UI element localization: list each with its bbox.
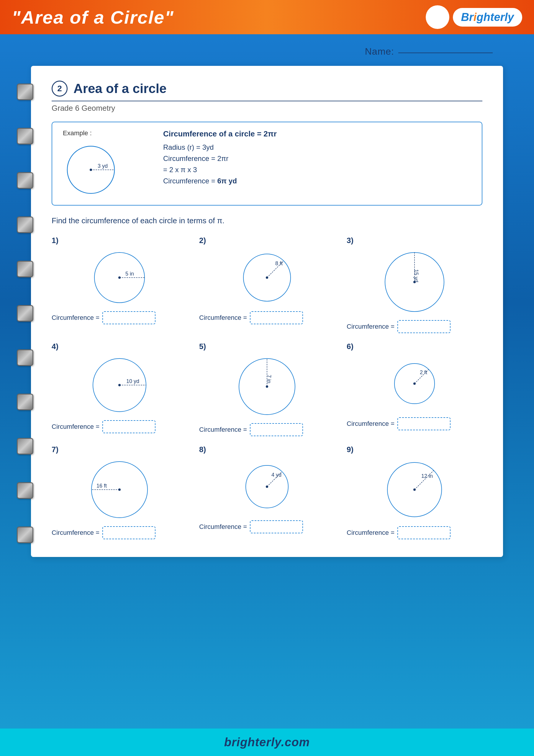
answer-box-5[interactable] — [250, 423, 303, 436]
example-box: Example : 3 yd Circumference of a circle… — [52, 122, 482, 205]
logo-circle-icon — [426, 5, 449, 29]
worksheet: 2 Area of a circle Grade 6 Geometry Exam… — [31, 66, 503, 557]
answer-box-8[interactable] — [250, 520, 303, 533]
problem-1-circle: 5 in — [52, 248, 187, 307]
spiral-5 — [17, 261, 33, 277]
spiral-9 — [17, 438, 33, 454]
logo-text: Brighterly — [461, 11, 514, 24]
answer-label-7: Circumference = — [52, 529, 99, 537]
svg-text:5 in: 5 in — [125, 271, 134, 277]
example-left: Example : 3 yd — [63, 129, 145, 198]
svg-text:8 ft: 8 ft — [275, 260, 283, 266]
problem-2-number: 2) — [199, 236, 206, 245]
svg-text:4 yd: 4 yd — [271, 472, 281, 478]
section-header: 2 Area of a circle — [52, 81, 482, 101]
circle-4-svg: 10 yd — [89, 354, 150, 416]
problem-7-circle: 16 ft — [52, 457, 187, 522]
problem-1-number: 1) — [52, 236, 59, 245]
problem-4-number: 4) — [52, 342, 59, 351]
problem-2: 2) 8 ft Circumference = — [199, 236, 335, 333]
answer-label-4: Circumference = — [52, 423, 99, 431]
name-underline — [398, 50, 493, 53]
page-title: "Area of a Circle" — [12, 7, 174, 28]
problem-6-circle: 2 ft — [347, 354, 482, 413]
svg-text:12 in: 12 in — [421, 473, 433, 479]
footer-text: brighterly.com — [7, 736, 527, 749]
svg-text:2 ft: 2 ft — [420, 369, 427, 375]
formula-line4: Circumference = 6π yd — [163, 177, 237, 185]
circle-1-svg: 5 in — [90, 248, 149, 307]
problem-5-answer-row: Circumference = — [199, 423, 303, 436]
example-circle-container: 3 yd — [63, 142, 119, 198]
problem-8: 8) 4 yd Circumference = — [199, 445, 335, 539]
problem-5-circle: 7 in — [199, 354, 335, 419]
problem-7-answer-row: Circumference = — [52, 526, 156, 539]
problem-4: 4) 10 yd Circumference = — [52, 342, 187, 436]
spiral-3 — [17, 172, 33, 189]
section-subtitle: Grade 6 Geometry — [52, 104, 482, 113]
problem-4-circle: 10 yd — [52, 354, 187, 416]
logo-area: Brighterly — [426, 5, 522, 29]
page-header: "Area of a Circle" Brighterly — [0, 0, 534, 34]
answer-box-1[interactable] — [102, 311, 156, 324]
answer-label-6: Circumference = — [347, 420, 394, 428]
svg-text:3 yd: 3 yd — [98, 163, 108, 169]
answer-label-2: Circumference = — [199, 314, 247, 322]
problem-5-number: 5) — [199, 342, 206, 351]
answer-box-9[interactable] — [397, 526, 450, 539]
problem-9-number: 9) — [347, 445, 353, 454]
svg-text:7 in: 7 in — [266, 375, 272, 383]
answer-box-4[interactable] — [102, 420, 156, 433]
spiral-1 — [17, 84, 33, 100]
page-footer: brighterly.com — [0, 729, 534, 756]
answer-label-5: Circumference = — [199, 426, 247, 434]
instructions: Find the circumference of each circle in… — [52, 216, 482, 225]
formula-line2: Circumference = 2πr — [163, 154, 228, 163]
logo-text-box: Brighterly — [453, 8, 522, 27]
problem-2-answer-row: Circumference = — [199, 311, 303, 324]
circle-5-svg: 7 in — [236, 354, 298, 419]
spiral-11 — [17, 526, 33, 543]
answer-label-9: Circumference = — [347, 529, 394, 537]
problem-7-number: 7) — [52, 445, 59, 454]
content-wrapper: Name: 2 Area of a circle Grade 6 Geometr… — [0, 34, 534, 729]
problem-3-number: 3) — [347, 236, 353, 245]
spiral-7 — [17, 349, 33, 366]
problem-9-answer-row: Circumference = — [347, 526, 450, 539]
svg-text:10 yd: 10 yd — [126, 378, 139, 384]
circle-7-svg: 16 ft — [87, 457, 152, 522]
spiral-10 — [17, 482, 33, 499]
circle-9-svg: 12 in — [384, 457, 445, 522]
answer-box-6[interactable] — [397, 417, 450, 430]
answer-box-3[interactable] — [397, 320, 450, 333]
spiral-4 — [17, 216, 33, 233]
answer-label-1: Circumference = — [52, 314, 99, 322]
name-label: Name: — [365, 46, 394, 57]
problem-4-answer-row: Circumference = — [52, 420, 156, 433]
formula-line3: = 2 x π x 3 — [163, 166, 197, 174]
problem-8-answer-row: Circumference = — [199, 520, 303, 533]
svg-text:15 yd: 15 yd — [413, 269, 419, 282]
example-label: Example : — [63, 129, 92, 137]
spiral-2 — [17, 128, 33, 145]
problem-9: 9) 12 in Circumference = — [347, 445, 482, 539]
example-right: Circumference of a circle = 2πr Radius (… — [157, 129, 471, 188]
svg-text:16 ft: 16 ft — [96, 483, 107, 489]
problem-1-answer-row: Circumference = — [52, 311, 156, 324]
example-circle-svg: 3 yd — [63, 142, 119, 198]
problem-1: 1) 5 in Circumference = — [52, 236, 187, 333]
formula-line1: Radius (r) = 3yd — [163, 143, 214, 151]
section-title: Area of a circle — [73, 81, 167, 96]
section-number: 2 — [52, 81, 67, 96]
problem-9-circle: 12 in — [347, 457, 482, 522]
problem-6-number: 6) — [347, 342, 353, 351]
spiral-8 — [17, 394, 33, 410]
name-row: Name: — [18, 46, 516, 57]
problems-grid: 1) 5 in Circumference = 2) — [52, 236, 482, 539]
answer-box-2[interactable] — [250, 311, 303, 324]
spiral-6 — [17, 305, 33, 322]
problem-3: 3) 15 yd Circumference = — [347, 236, 482, 333]
problem-3-answer-row: Circumference = — [347, 320, 450, 333]
circle-8-svg: 4 yd — [242, 460, 292, 513]
answer-box-7[interactable] — [102, 526, 156, 539]
